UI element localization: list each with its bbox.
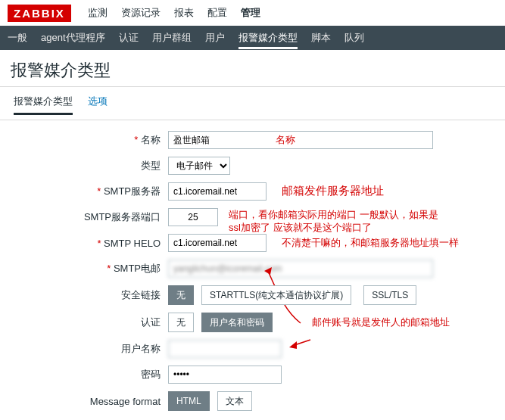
- subitem-auth[interactable]: 认证: [119, 26, 139, 49]
- topmenu-reports[interactable]: 报表: [174, 6, 194, 20]
- label-smtp-port: SMTP服务器端口: [11, 210, 168, 224]
- annotation-email: 邮件账号就是发件人的邮箱地址: [312, 316, 450, 329]
- media-type-form: 名称 名称 类型 电子邮件 SMTP服务器 邮箱发件服务器地址 SMTP服务器端…: [0, 120, 505, 420]
- svg-line-1: [292, 340, 310, 346]
- security-ssltls[interactable]: SSL/TLS: [363, 285, 416, 305]
- smtp-helo-input[interactable]: [168, 234, 267, 252]
- label-type: 类型: [11, 159, 168, 173]
- subitem-mediatypes[interactable]: 报警媒介类型: [238, 26, 298, 49]
- security-group: 无 STARTTLS(纯文本通信协议扩展) SSL/TLS: [168, 285, 416, 305]
- auth-none[interactable]: 无: [168, 313, 194, 332]
- subitem-usergroups[interactable]: 用户群组: [152, 26, 192, 49]
- type-select[interactable]: 电子邮件: [168, 157, 230, 175]
- subitem-queue[interactable]: 队列: [344, 26, 364, 49]
- tab-mediatype[interactable]: 报警媒介类型: [14, 95, 73, 115]
- auth-group: 无 用户名和密码: [168, 313, 273, 332]
- password-input[interactable]: [168, 366, 282, 384]
- msgformat-group: HTML 文本: [168, 391, 252, 411]
- annotation-name: 名称: [276, 133, 295, 147]
- security-none[interactable]: 无: [168, 285, 194, 305]
- msgformat-html[interactable]: HTML: [168, 391, 210, 411]
- label-password: 密码: [11, 368, 168, 381]
- subitem-general[interactable]: 一般: [8, 26, 27, 49]
- label-auth: 认证: [11, 316, 168, 329]
- name-input[interactable]: [168, 131, 433, 149]
- subitem-users[interactable]: 用户: [205, 26, 225, 49]
- label-smtp-email: SMTP电邮: [11, 262, 168, 275]
- tab-options[interactable]: 选项: [88, 95, 108, 115]
- topmenu-admin[interactable]: 管理: [241, 6, 260, 20]
- topmenu-config[interactable]: 配置: [207, 6, 227, 20]
- svg-marker-2: [289, 341, 297, 349]
- label-smtp-helo: SMTP HELO: [11, 238, 168, 249]
- smtp-server-input[interactable]: [168, 182, 267, 201]
- sub-menu: 一般 agent代理程序 认证 用户群组 用户 报警媒介类型 脚本 队列: [0, 26, 505, 50]
- smtp-email-input[interactable]: [168, 260, 433, 278]
- topmenu-inventory[interactable]: 资源记录: [121, 6, 161, 20]
- auth-userpass[interactable]: 用户名和密码: [201, 313, 273, 332]
- label-msgformat: Message format: [11, 396, 168, 407]
- subitem-proxies[interactable]: agent代理程序: [41, 26, 105, 49]
- annotation-port-1: 端口，看你邮箱实际用的端口 一般默认，如果是: [229, 208, 438, 222]
- form-tabs: 报警媒介类型 选项: [0, 87, 505, 120]
- label-security: 安全链接: [11, 288, 168, 302]
- label-smtp-server: SMTP服务器: [11, 185, 168, 198]
- annotation-smtp-server: 邮箱发件服务器地址: [282, 184, 384, 198]
- username-input[interactable]: [168, 340, 282, 358]
- topmenu-monitoring[interactable]: 监测: [88, 6, 108, 20]
- security-starttls[interactable]: STARTTLS(纯文本通信协议扩展): [201, 285, 351, 305]
- msgformat-text[interactable]: 文本: [217, 391, 252, 411]
- zabbix-logo: ZABBIX: [8, 5, 71, 22]
- smtp-port-input[interactable]: [168, 208, 218, 226]
- page-title: 报警媒介类型: [0, 50, 505, 87]
- subitem-scripts[interactable]: 脚本: [311, 26, 331, 49]
- annotation-helo: 不清楚干嘛的，和邮箱服务器地址填一样: [282, 236, 459, 250]
- top-menu: 监测 资源记录 报表 配置 管理: [82, 6, 260, 20]
- annotation-port-2: ssl加密了 应该就不是这个端口了: [229, 221, 372, 235]
- label-name: 名称: [11, 133, 168, 147]
- label-username: 用户名称: [11, 342, 168, 356]
